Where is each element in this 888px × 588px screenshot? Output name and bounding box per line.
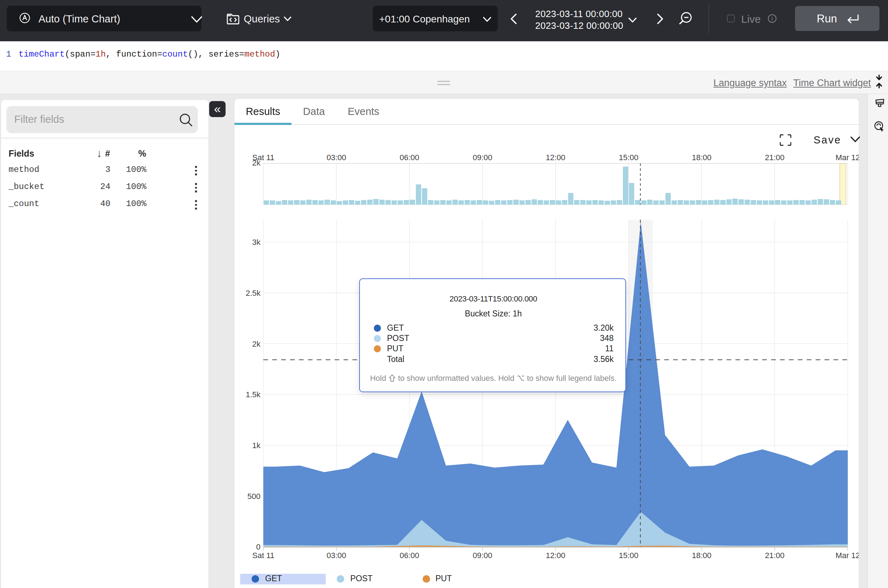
svg-text:12:00: 12:00: [546, 551, 565, 560]
svg-text:Sat 11: Sat 11: [252, 551, 274, 560]
svg-text:21:00: 21:00: [765, 551, 784, 560]
svg-text:09:00: 09:00: [473, 153, 492, 162]
svg-text:0: 0: [256, 543, 260, 551]
svg-text:Mar 12: Mar 12: [835, 153, 859, 162]
svg-text:09:00: 09:00: [473, 551, 492, 560]
svg-text:15:00: 15:00: [619, 551, 638, 560]
svg-text:06:00: 06:00: [399, 551, 419, 560]
svg-text:2.5k: 2.5k: [245, 289, 261, 297]
svg-text:15:00: 15:00: [619, 153, 638, 162]
svg-text:03:00: 03:00: [327, 153, 346, 162]
svg-text:2k: 2k: [252, 339, 261, 348]
svg-text:3k: 3k: [252, 238, 261, 247]
svg-text:1.5k: 1.5k: [245, 390, 261, 399]
svg-text:Mar 12: Mar 12: [835, 551, 859, 560]
svg-text:1k: 1k: [252, 441, 261, 450]
svg-text:500: 500: [247, 492, 260, 501]
svg-text:21:00: 21:00: [765, 153, 784, 162]
svg-text:06:00: 06:00: [399, 153, 419, 162]
svg-text:18:00: 18:00: [692, 551, 711, 560]
svg-text:18:00: 18:00: [692, 153, 711, 162]
svg-text:12:00: 12:00: [546, 153, 565, 162]
svg-text:2k: 2k: [252, 158, 261, 167]
svg-text:03:00: 03:00: [327, 551, 346, 560]
